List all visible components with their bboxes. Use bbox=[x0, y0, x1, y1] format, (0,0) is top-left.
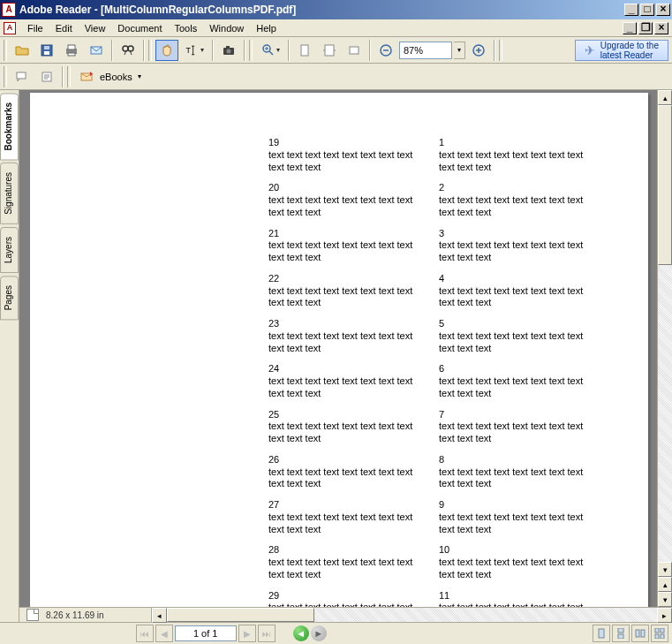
svg-text:T: T bbox=[186, 46, 192, 55]
snapshot-button[interactable] bbox=[217, 40, 240, 61]
ebooks-label: eBooks bbox=[100, 72, 132, 82]
first-page-button[interactable]: ⏮ bbox=[136, 625, 154, 642]
svg-rect-29 bbox=[655, 634, 659, 639]
upgrade-text: Upgrade to thelatest Reader bbox=[600, 41, 659, 60]
menu-file[interactable]: File bbox=[21, 21, 49, 35]
upgrade-icon: ✈ bbox=[585, 43, 595, 57]
paragraph: 25text text text text text text text tex… bbox=[268, 409, 423, 445]
scroll-thumb[interactable] bbox=[658, 105, 672, 265]
svg-rect-14 bbox=[301, 45, 308, 56]
maximize-button[interactable]: □ bbox=[640, 4, 654, 16]
svg-rect-5 bbox=[68, 53, 75, 56]
continuous-facing-button[interactable] bbox=[651, 625, 668, 642]
svg-point-11 bbox=[227, 49, 231, 53]
paragraph: 23text text text text text text text tex… bbox=[268, 318, 423, 354]
vertical-scrollbar[interactable]: ▴ ▾ ▴ ▾ bbox=[657, 90, 672, 607]
svg-rect-1 bbox=[44, 51, 49, 55]
zoom-field[interactable]: 87% bbox=[399, 42, 452, 59]
toolbar-secondary: eBooks ▾ bbox=[0, 64, 672, 90]
paragraph: 27text text text text text text text tex… bbox=[268, 499, 423, 535]
paragraph: 6text text text text text text text text… bbox=[439, 363, 593, 399]
facing-button[interactable] bbox=[631, 625, 649, 642]
doc-minimize-button[interactable]: _ bbox=[623, 22, 637, 34]
hscroll-track[interactable] bbox=[167, 608, 657, 622]
print-button[interactable] bbox=[60, 40, 83, 61]
paragraph: 4text text text text text text text text… bbox=[439, 273, 593, 309]
email-button[interactable] bbox=[85, 40, 108, 61]
next-view-button[interactable]: ► bbox=[311, 625, 327, 641]
zoom-plus-button[interactable] bbox=[467, 40, 490, 61]
document-viewport[interactable]: 19text text text text text text text tex… bbox=[19, 90, 657, 607]
svg-rect-15 bbox=[325, 45, 334, 56]
paragraph: 8text text text text text text text text… bbox=[439, 454, 593, 490]
page-dims: 8.26 x 11.69 in bbox=[19, 608, 152, 622]
rotate-button[interactable] bbox=[343, 40, 366, 61]
svg-rect-2 bbox=[44, 46, 49, 49]
page-dims-text: 8.26 x 11.69 in bbox=[46, 610, 104, 620]
last-page-button[interactable]: ⏭ bbox=[258, 625, 276, 642]
hscroll-right-button[interactable]: ▸ bbox=[657, 608, 672, 623]
hscroll-left-button[interactable]: ◂ bbox=[152, 608, 167, 623]
fit-page-button[interactable] bbox=[293, 40, 316, 61]
zoom-out-button[interactable] bbox=[374, 40, 397, 61]
scroll-up-button[interactable]: ▴ bbox=[658, 90, 672, 105]
prev-page-button[interactable]: ◀ bbox=[155, 625, 173, 642]
prev-view-button[interactable]: ◄ bbox=[293, 625, 309, 641]
scroll-line-down-button[interactable]: ▾ bbox=[658, 592, 672, 607]
save-button[interactable] bbox=[35, 40, 58, 61]
tab-pages[interactable]: Pages bbox=[0, 276, 19, 320]
menu-edit[interactable]: Edit bbox=[49, 21, 79, 35]
minimize-button[interactable]: _ bbox=[624, 4, 638, 16]
menu-view[interactable]: View bbox=[79, 21, 112, 35]
svg-rect-22 bbox=[599, 629, 604, 638]
hand-tool-button[interactable] bbox=[155, 40, 178, 61]
ebooks-button[interactable]: eBooks ▾ bbox=[74, 67, 147, 87]
tab-signatures[interactable]: Signatures bbox=[0, 163, 19, 224]
upgrade-banner[interactable]: ✈ Upgrade to thelatest Reader bbox=[575, 40, 668, 61]
next-page-button[interactable]: ▶ bbox=[238, 625, 256, 642]
svg-rect-28 bbox=[661, 628, 664, 633]
grip-icon bbox=[4, 40, 7, 61]
select-text-button[interactable]: T▾ bbox=[180, 40, 208, 61]
menu-document[interactable]: Document bbox=[111, 21, 168, 35]
hscroll-thumb[interactable] bbox=[167, 608, 314, 622]
continuous-button[interactable] bbox=[612, 625, 630, 642]
svg-rect-23 bbox=[618, 628, 623, 633]
ebooks-icon bbox=[80, 71, 94, 83]
menu-tools[interactable]: Tools bbox=[169, 21, 204, 35]
paragraph: 29text text text text text text text tex… bbox=[268, 590, 423, 608]
tab-bookmarks[interactable]: Bookmarks bbox=[0, 93, 19, 160]
review-comments-button[interactable] bbox=[11, 66, 34, 87]
page-icon bbox=[26, 609, 39, 621]
svg-rect-26 bbox=[641, 630, 645, 637]
search-button[interactable] bbox=[117, 40, 140, 61]
open-button[interactable] bbox=[11, 40, 34, 61]
doc-restore-button[interactable]: ❐ bbox=[638, 22, 653, 34]
zoom-dropdown[interactable]: ▾ bbox=[454, 42, 465, 59]
statusbar: ⏮ ◀ 1 of 1 ▶ ⏭ ◄ ► bbox=[0, 622, 672, 644]
zoom-in-button[interactable]: ▾ bbox=[256, 40, 284, 61]
svg-rect-4 bbox=[68, 45, 75, 49]
scroll-down-button[interactable]: ▾ bbox=[658, 562, 672, 577]
page-number-field[interactable]: 1 of 1 bbox=[175, 625, 237, 641]
scroll-line-up-button[interactable]: ▴ bbox=[658, 577, 672, 592]
fit-width-button[interactable] bbox=[318, 40, 341, 61]
window-title: Adobe Reader - [MultiColumnRegularColumn… bbox=[19, 4, 624, 16]
svg-rect-12 bbox=[226, 46, 230, 49]
single-page-button[interactable] bbox=[593, 625, 610, 642]
paragraph: 5text text text text text text text text… bbox=[439, 318, 593, 354]
paragraph: 11text text text text text text text tex… bbox=[439, 590, 593, 608]
paragraph: 24text text text text text text text tex… bbox=[268, 363, 423, 399]
tab-layers[interactable]: Layers bbox=[0, 227, 19, 273]
paragraph: 10text text text text text text text tex… bbox=[439, 544, 593, 580]
reading-button[interactable] bbox=[35, 66, 58, 87]
close-button[interactable]: × bbox=[656, 4, 670, 16]
svg-rect-19 bbox=[17, 72, 26, 79]
doc-close-button[interactable]: × bbox=[654, 22, 668, 34]
menubar: A File Edit View Document Tools Window H… bbox=[0, 19, 672, 37]
scroll-track[interactable] bbox=[658, 105, 672, 562]
menu-help[interactable]: Help bbox=[250, 21, 283, 35]
paragraph: 1text text text text text text text text… bbox=[439, 137, 593, 173]
menu-window[interactable]: Window bbox=[203, 21, 250, 35]
chevron-down-icon: ▾ bbox=[138, 72, 141, 80]
